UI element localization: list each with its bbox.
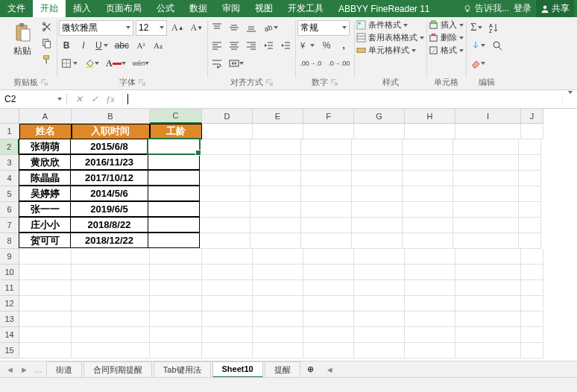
cell[interactable] xyxy=(148,186,200,201)
cell[interactable]: 张一一 xyxy=(19,201,71,217)
cell[interactable] xyxy=(253,296,303,312)
dialog-launcher-icon[interactable] xyxy=(41,79,48,86)
row-header[interactable]: 6 xyxy=(0,202,19,218)
formula-input[interactable] xyxy=(123,94,562,105)
share-button[interactable]: 共享 xyxy=(536,0,574,17)
row-header[interactable]: 8 xyxy=(0,233,19,249)
col-header[interactable]: J xyxy=(521,109,543,124)
strike-button[interactable]: abc xyxy=(113,38,131,53)
cell[interactable] xyxy=(250,233,301,249)
cell[interactable]: 2018/8/22 xyxy=(70,217,148,233)
cell[interactable] xyxy=(405,343,455,358)
cell[interactable] xyxy=(253,124,303,139)
delete-cells-button[interactable]: 删除 xyxy=(429,32,464,43)
ribbon-tab-审阅[interactable]: 审阅 xyxy=(215,0,247,17)
cell[interactable] xyxy=(19,327,72,343)
format-cells-button[interactable]: 格式 xyxy=(429,45,464,56)
bold-button[interactable]: B xyxy=(59,38,74,53)
align-left[interactable] xyxy=(209,38,224,53)
currency-button[interactable]: ¥ xyxy=(297,38,317,53)
col-header[interactable]: C xyxy=(150,109,202,124)
cell[interactable]: 2015/6/8 xyxy=(70,139,148,154)
cell[interactable]: 姓名 xyxy=(19,124,72,139)
underline-button[interactable]: U xyxy=(93,38,110,53)
cell[interactable] xyxy=(521,312,543,327)
ribbon-tab-ABBYY FineReader 11[interactable]: ABBYY FineReader 11 xyxy=(331,0,438,17)
increase-indent[interactable] xyxy=(278,38,293,53)
cell[interactable] xyxy=(202,249,253,265)
cell[interactable] xyxy=(352,218,403,233)
sheet-tab-提醒[interactable]: 提醒 xyxy=(265,361,300,378)
cell[interactable] xyxy=(202,343,253,358)
sort-filter-button[interactable]: AZ xyxy=(487,20,502,35)
clear-button[interactable] xyxy=(468,56,488,71)
cell[interactable] xyxy=(403,155,453,171)
cell[interactable] xyxy=(405,124,455,139)
cell[interactable] xyxy=(354,327,405,343)
cell[interactable] xyxy=(250,186,301,202)
cell[interactable] xyxy=(519,139,541,155)
cell[interactable] xyxy=(519,155,541,171)
cell[interactable] xyxy=(405,280,455,296)
col-header[interactable]: E xyxy=(253,109,303,124)
wrap-text-button[interactable] xyxy=(209,56,224,71)
cancel-formula-button[interactable]: ✕ xyxy=(72,92,86,107)
tell-me[interactable]: 告诉我... xyxy=(463,2,509,15)
ribbon-tab-开发工具[interactable]: 开发工具 xyxy=(280,0,331,17)
orientation-button[interactable]: ab xyxy=(261,20,280,35)
fill-button[interactable] xyxy=(468,38,488,53)
cell[interactable] xyxy=(19,280,72,296)
cell[interactable] xyxy=(72,296,150,312)
cell[interactable] xyxy=(354,312,405,327)
cell[interactable] xyxy=(250,218,301,233)
row-header[interactable]: 7 xyxy=(0,218,19,233)
cell[interactable] xyxy=(250,171,301,186)
cell[interactable] xyxy=(253,280,303,296)
select-all-corner[interactable] xyxy=(0,109,19,124)
cell[interactable] xyxy=(453,202,519,218)
sheet-tab-合同到期提醒[interactable]: 合同到期提醒 xyxy=(83,361,152,378)
cell[interactable] xyxy=(253,265,303,280)
cell[interactable] xyxy=(301,233,352,249)
cell[interactable] xyxy=(455,280,521,296)
decrease-indent[interactable] xyxy=(261,38,276,53)
row-header[interactable]: 14 xyxy=(0,327,19,343)
paste-button[interactable]: 粘贴 xyxy=(7,19,38,60)
cell[interactable]: 黄欣欣 xyxy=(19,154,71,170)
cell[interactable] xyxy=(405,327,455,343)
row-header[interactable]: 1 xyxy=(0,124,19,139)
decrease-font-size[interactable]: A▼ xyxy=(189,20,206,35)
cell[interactable] xyxy=(352,202,403,218)
font-name-select[interactable]: 微软雅黑 xyxy=(59,20,133,36)
col-header[interactable]: F xyxy=(303,109,354,124)
cell[interactable] xyxy=(453,218,519,233)
cell[interactable]: 2017/10/12 xyxy=(70,170,148,186)
cell[interactable] xyxy=(405,296,455,312)
dialog-launcher-icon[interactable] xyxy=(266,79,273,86)
tabs-scroll-right[interactable]: ► xyxy=(17,365,31,374)
cell[interactable] xyxy=(200,202,250,218)
cell[interactable] xyxy=(354,280,405,296)
cell[interactable] xyxy=(19,296,72,312)
cell[interactable] xyxy=(301,155,352,171)
row-header[interactable]: 11 xyxy=(0,280,19,296)
cell[interactable] xyxy=(72,327,150,343)
cell[interactable] xyxy=(519,202,541,218)
cell[interactable]: 2018/12/22 xyxy=(70,233,148,248)
cell[interactable] xyxy=(253,327,303,343)
cell[interactable] xyxy=(19,265,72,280)
cell[interactable] xyxy=(301,202,352,218)
align-bottom[interactable] xyxy=(244,20,259,35)
cell[interactable] xyxy=(455,265,521,280)
cell[interactable] xyxy=(72,312,150,327)
worksheet-grid[interactable]: 123456789101112131415ABCDEFGHIJ姓名入职时间工龄张… xyxy=(0,109,577,358)
increase-decimal[interactable]: .00→.0 xyxy=(297,56,324,71)
cell[interactable] xyxy=(301,218,352,233)
cell[interactable]: 工龄 xyxy=(150,124,202,139)
cell[interactable] xyxy=(72,249,150,265)
row-header[interactable]: 12 xyxy=(0,296,19,312)
cell[interactable] xyxy=(303,280,354,296)
autosum-button[interactable]: Σ xyxy=(468,20,485,35)
cell[interactable] xyxy=(303,296,354,312)
cell[interactable]: 吴婷婷 xyxy=(19,186,71,201)
